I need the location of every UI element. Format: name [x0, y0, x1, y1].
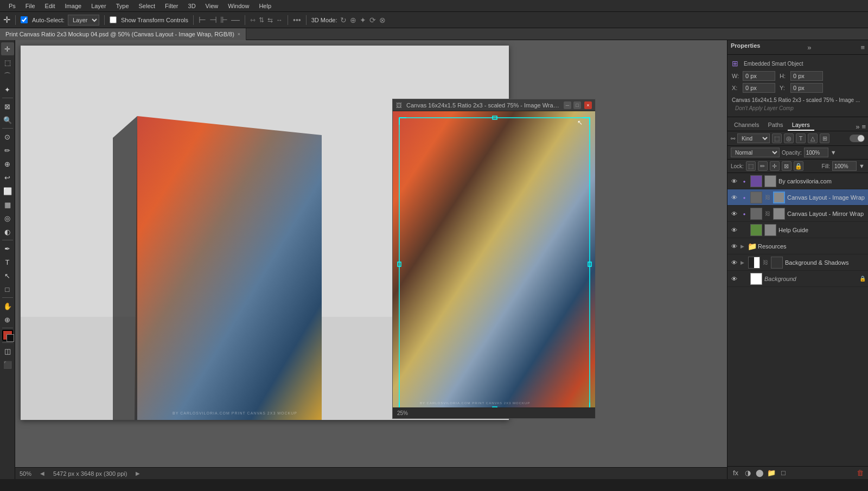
3d-pan-icon[interactable]: ⊗ [379, 16, 386, 24]
menu-filter[interactable]: Filter [161, 2, 182, 10]
menu-layer[interactable]: Layer [87, 2, 111, 10]
hand-tool[interactable]: ✋ [1, 299, 14, 313]
magic-wand-tool[interactable]: ✦ [1, 83, 14, 96]
align-center-h-icon[interactable]: ⊣ [209, 15, 217, 25]
layer-4-visibility[interactable]: 👁 [730, 226, 738, 234]
layer-item-2[interactable]: 👁 ⬥ ⛓ Canvas Layout - Image Wrap [727, 189, 868, 206]
prop-y-input[interactable] [790, 83, 823, 93]
fill-input[interactable] [832, 161, 857, 171]
menu-image[interactable]: Image [61, 2, 86, 10]
layer-3-visibility[interactable]: 👁 [730, 209, 738, 218]
filter-smart-btn[interactable]: ⊞ [820, 133, 829, 143]
lock-artboard-btn[interactable]: ⊠ [782, 161, 792, 171]
3d-scale-icon[interactable]: ✦ [360, 16, 366, 24]
layer-6-visibility[interactable]: 👁 [730, 258, 738, 267]
float-window-minimize[interactable]: ─ [564, 101, 571, 109]
history-brush-tool[interactable]: ↩ [1, 171, 14, 184]
layer-item-7[interactable]: 👁 Background 🔒 [727, 271, 868, 287]
tab-paths[interactable]: Paths [763, 120, 787, 131]
menu-help[interactable]: Help [254, 2, 276, 10]
filter-kind-select[interactable]: Kind [737, 133, 770, 143]
status-arrow-left[interactable]: ◀ [40, 470, 44, 476]
distribute-icon1[interactable]: ⇿ [250, 16, 256, 24]
prop-w-input[interactable] [743, 71, 775, 81]
layer-6-expand[interactable]: ▶ [741, 260, 746, 265]
3d-rotate-icon[interactable]: ↻ [340, 16, 347, 24]
properties-menu-icon[interactable]: ≡ [860, 43, 865, 52]
filter-pixel-btn[interactable]: ⬚ [772, 133, 782, 143]
layer-item-1[interactable]: 👁 ⬥ By carlosviloria.com [727, 173, 868, 189]
menu-select[interactable]: Select [135, 2, 160, 10]
layer-2-visibility[interactable]: 👁 [730, 193, 738, 202]
canvas-area[interactable]: BY CARLOSVILORIA.COM PRINT CANVAS 2X3 MO… [15, 40, 727, 479]
auto-select-dropdown[interactable]: Layer [68, 15, 99, 25]
prop-x-input[interactable] [743, 83, 775, 93]
layer-item-6[interactable]: 👁 ▶ ⛓ Background & Shadows [727, 254, 868, 271]
add-mask-btn[interactable]: ◑ [743, 468, 752, 478]
type-tool[interactable]: T [1, 256, 14, 269]
screen-mode-tool[interactable]: ⬛ [1, 358, 14, 371]
fill-arrow[interactable]: ▼ [859, 163, 865, 169]
more-options-icon[interactable]: ••• [293, 16, 301, 24]
path-select-tool[interactable]: ↖ [1, 269, 14, 282]
menu-file[interactable]: File [21, 2, 40, 10]
menu-edit[interactable]: Edit [41, 2, 60, 10]
tab-layers[interactable]: Layers [788, 120, 814, 131]
spot-heal-tool[interactable]: ⊙ [1, 130, 14, 143]
lasso-tool[interactable]: ⌒ [1, 69, 14, 82]
doc-tab-close[interactable]: × [238, 31, 240, 37]
layer-item-3[interactable]: 👁 ⬥ ⛓ Canvas Layout - Mirror Wrap [727, 206, 868, 222]
layers-menu-icon[interactable]: ≡ [861, 123, 866, 131]
shape-tool[interactable]: □ [1, 283, 14, 296]
3d-move-icon[interactable]: ⊕ [350, 16, 356, 24]
opacity-input[interactable] [804, 148, 828, 157]
add-adjustment-btn[interactable]: ⬤ [755, 468, 764, 478]
filter-shape-btn[interactable]: △ [808, 133, 818, 143]
menu-window[interactable]: Window [224, 2, 253, 10]
distribute-icon2[interactable]: ⇅ [259, 16, 264, 24]
add-effect-btn[interactable]: fx [731, 468, 741, 478]
align-minus-icon[interactable]: — [231, 15, 240, 25]
quick-mask-tool[interactable]: ◫ [1, 345, 14, 358]
blend-mode-select[interactable]: Normal [731, 148, 780, 157]
blur-tool[interactable]: ◎ [1, 212, 14, 225]
distribute-icon3[interactable]: ⇆ [267, 16, 273, 24]
lock-transparent-btn[interactable]: ⬚ [746, 161, 756, 171]
status-arrow-right[interactable]: ▶ [136, 470, 140, 476]
selection-tool[interactable]: ⬚ [1, 56, 14, 69]
foreground-color[interactable] [2, 330, 13, 341]
float-window-titlebar[interactable]: 🖼 Canvas 16x24x1.5 Ratio 2x3 - scaled 75… [393, 99, 595, 111]
zoom-tool[interactable]: ⊕ [1, 313, 14, 326]
float-window-maximize[interactable]: □ [573, 101, 581, 109]
lock-position-btn[interactable]: ✛ [770, 161, 780, 171]
doc-tab[interactable]: Print Canvas Ratio 2x3 Mockup 04.psd @ 5… [0, 28, 246, 40]
menu-view[interactable]: View [201, 2, 223, 10]
dodge-tool[interactable]: ◐ [1, 225, 14, 238]
menu-3d[interactable]: 3D [184, 2, 200, 10]
gradient-tool[interactable]: ▦ [1, 198, 14, 211]
filter-adjust-btn[interactable]: ◎ [784, 133, 794, 143]
auto-select-checkbox[interactable] [21, 16, 28, 23]
layer-5-visibility[interactable]: 👁 [730, 242, 738, 251]
float-window-close[interactable]: × [584, 101, 592, 109]
layer-7-visibility[interactable]: 👁 [730, 275, 738, 283]
clone-tool[interactable]: ⊕ [1, 157, 14, 170]
menu-ps[interactable]: Ps [4, 2, 20, 10]
prop-h-input[interactable] [790, 71, 823, 81]
tab-channels[interactable]: Channels [730, 120, 763, 131]
layer-1-visibility[interactable]: 👁 [730, 177, 738, 186]
filter-type-btn[interactable]: T [796, 133, 806, 143]
lock-all-btn[interactable]: 🔒 [794, 161, 803, 171]
eraser-tool[interactable]: ⬜ [1, 184, 14, 197]
lock-paint-btn[interactable]: ✏ [758, 161, 768, 171]
distribute-icon4[interactable]: ↔ [276, 16, 283, 24]
properties-expand-icon[interactable]: » [807, 43, 811, 52]
opacity-arrow[interactable]: ▼ [831, 149, 837, 156]
pen-tool[interactable]: ✒ [1, 242, 14, 255]
layers-expand-icon[interactable]: » [856, 123, 859, 131]
layer-5-expand[interactable]: ▶ [741, 244, 746, 249]
3d-orbit-icon[interactable]: ⟳ [369, 16, 376, 24]
float-window[interactable]: 🖼 Canvas 16x24x1.5 Ratio 2x3 - scaled 75… [392, 99, 596, 419]
layer-item-5[interactable]: 👁 ▶ 📁 Resources [727, 238, 868, 254]
brush-tool[interactable]: ✏ [1, 144, 14, 157]
